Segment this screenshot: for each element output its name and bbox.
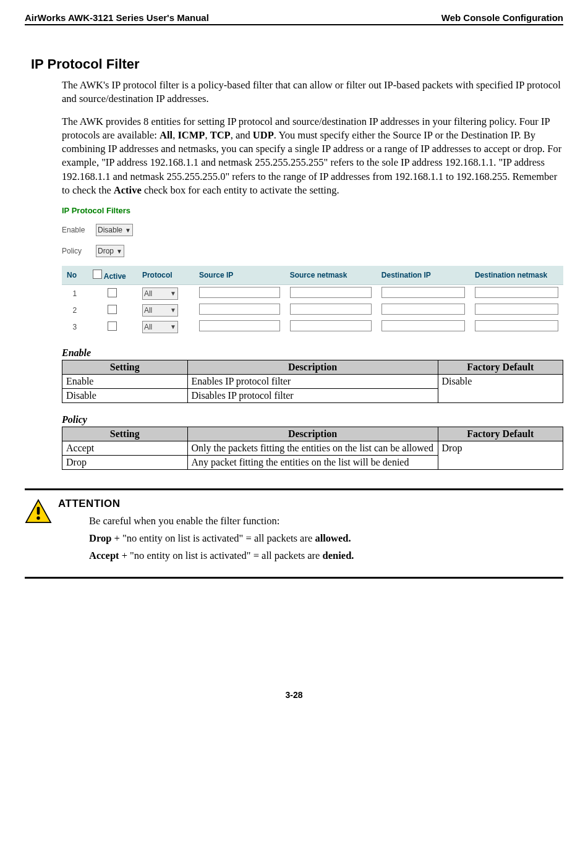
destination-netmask-input[interactable] xyxy=(475,287,558,298)
ip-protocol-filters-panel: IP Protocol Filters Enable Disable ▼ Pol… xyxy=(62,206,563,335)
cell-desc: Only the packets fitting the entities on… xyxy=(187,441,438,456)
table-row: 2All▼ xyxy=(62,302,563,318)
policy-subheading: Policy xyxy=(62,414,563,425)
chevron-down-icon: ▼ xyxy=(125,227,131,234)
col-source-netmask: Source netmask xyxy=(285,266,377,285)
header-left: AirWorks AWK-3121 Series User's Manual xyxy=(25,12,209,23)
th-default: Factory Default xyxy=(438,360,563,375)
destination-netmask-input[interactable] xyxy=(475,320,558,331)
col-destination-ip: Destination IP xyxy=(377,266,470,285)
select-all-checkbox[interactable] xyxy=(93,270,102,279)
filters-table: No Active Protocol Source IP Source netm… xyxy=(62,266,563,335)
cell-setting: Enable xyxy=(62,375,188,389)
source-netmask-input[interactable] xyxy=(290,320,372,331)
svg-rect-1 xyxy=(37,507,40,515)
header-right: Web Console Configuration xyxy=(441,12,563,23)
policy-select[interactable]: Drop ▼ xyxy=(96,245,124,257)
active-checkbox[interactable] xyxy=(108,288,117,297)
chevron-down-icon: ▼ xyxy=(116,248,122,255)
chevron-down-icon: ▼ xyxy=(170,307,176,313)
col-protocol: Protocol xyxy=(137,266,194,285)
warning-icon xyxy=(25,499,52,524)
attention-line-1: Be careful when you enable the filter fu… xyxy=(89,515,563,527)
enable-label: Enable xyxy=(62,226,96,234)
paragraph-2: The AWK provides 8 entities for setting … xyxy=(62,115,563,198)
active-checkbox[interactable] xyxy=(108,321,117,331)
cell-setting: Drop xyxy=(62,456,188,470)
active-checkbox[interactable] xyxy=(108,305,117,314)
protocol-select[interactable]: All▼ xyxy=(142,287,178,300)
cell-desc: Any packet fitting the entities on the l… xyxy=(187,456,438,470)
col-source-ip: Source IP xyxy=(194,266,285,285)
chevron-down-icon: ▼ xyxy=(170,323,176,330)
table-row: 3All▼ xyxy=(62,318,563,335)
paragraph-1: The AWK's IP protocol filter is a policy… xyxy=(62,79,563,106)
cell-setting: Disable xyxy=(62,389,188,403)
cell-no: 1 xyxy=(62,285,88,302)
enable-select[interactable]: Disable ▼ xyxy=(96,224,133,236)
destination-netmask-input[interactable] xyxy=(475,304,558,315)
policy-label: Policy xyxy=(62,247,96,255)
svg-point-2 xyxy=(36,516,40,519)
attention-line-2: Drop + "no entity on list is activated" … xyxy=(89,532,563,545)
enable-table: Setting Description Factory Default Enab… xyxy=(62,360,563,403)
cell-default: Disable xyxy=(438,375,563,403)
th-description: Description xyxy=(187,427,438,441)
cell-setting: Accept xyxy=(62,441,188,456)
page-header: AirWorks AWK-3121 Series User's Manual W… xyxy=(25,12,563,25)
cell-desc: Disables IP protocol filter xyxy=(187,389,438,403)
cell-no: 2 xyxy=(62,302,88,318)
col-active: Active xyxy=(88,266,137,285)
attention-box: ATTENTION Be careful when you enable the… xyxy=(25,488,563,579)
protocol-select[interactable]: All▼ xyxy=(142,304,178,317)
chevron-down-icon: ▼ xyxy=(170,290,176,297)
th-setting: Setting xyxy=(62,427,188,441)
page-number: 3-28 xyxy=(25,690,563,700)
table-row: 1All▼ xyxy=(62,285,563,302)
th-description: Description xyxy=(187,360,438,375)
section-title: IP Protocol Filter xyxy=(25,56,563,72)
source-ip-input[interactable] xyxy=(199,320,280,331)
col-no: No xyxy=(62,266,88,285)
source-netmask-input[interactable] xyxy=(290,304,372,315)
destination-ip-input[interactable] xyxy=(381,304,465,315)
col-destination-netmask: Destination netmask xyxy=(470,266,563,285)
cell-no: 3 xyxy=(62,318,88,335)
destination-ip-input[interactable] xyxy=(381,320,465,331)
attention-title: ATTENTION xyxy=(58,498,563,510)
cell-desc: Enables IP protocol filter xyxy=(187,375,438,389)
attention-line-3: Accept + "no entity on list is activated… xyxy=(89,550,563,562)
source-ip-input[interactable] xyxy=(199,287,280,298)
enable-subheading: Enable xyxy=(62,347,563,359)
policy-table: Setting Description Factory Default Acce… xyxy=(62,427,563,470)
panel-title: IP Protocol Filters xyxy=(62,206,563,215)
protocol-select[interactable]: All▼ xyxy=(142,321,178,333)
source-ip-input[interactable] xyxy=(199,304,280,315)
source-netmask-input[interactable] xyxy=(290,287,372,298)
th-setting: Setting xyxy=(62,360,188,375)
cell-default: Drop xyxy=(438,441,563,470)
th-default: Factory Default xyxy=(438,427,563,441)
destination-ip-input[interactable] xyxy=(381,287,465,298)
